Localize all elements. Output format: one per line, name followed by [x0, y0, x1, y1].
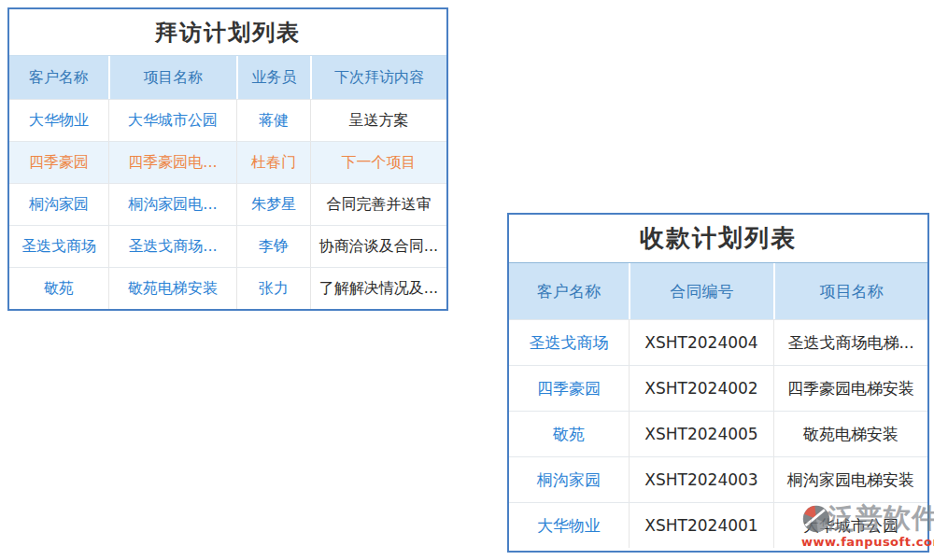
- project-name-cell: 桐沟家园电梯安装: [773, 457, 927, 502]
- project-name-cell[interactable]: 敬苑电梯安装: [108, 268, 236, 309]
- visit-plan-title: 拜访计划列表: [9, 9, 446, 56]
- salesperson-cell[interactable]: 李铮: [236, 226, 310, 267]
- table-row[interactable]: 桐沟家园桐沟家园电...朱梦星合同完善并送审: [9, 183, 446, 225]
- project-name-cell[interactable]: 圣迭戈商场...: [108, 226, 236, 267]
- table-row[interactable]: 圣迭戈商场XSHT2024004圣迭戈商场电梯...: [509, 319, 927, 365]
- customer-name-cell[interactable]: 敬苑: [509, 412, 629, 456]
- next-visit-content-cell: 协商洽谈及合同...: [310, 226, 446, 267]
- column-header-salesperson: 业务员: [236, 56, 310, 99]
- column-header-project: 项目名称: [773, 263, 927, 319]
- payment-plan-title: 收款计划列表: [509, 215, 927, 263]
- contract-no-cell: XSHT2024001: [629, 503, 773, 548]
- next-visit-content-cell: 了解解决情况及...: [310, 268, 446, 309]
- customer-name-cell[interactable]: 四季豪园: [9, 142, 108, 183]
- customer-name-cell[interactable]: 圣迭戈商场: [9, 226, 108, 267]
- customer-name-cell[interactable]: 敬苑: [9, 268, 108, 309]
- customer-name-cell[interactable]: 大华物业: [509, 503, 629, 548]
- table-row[interactable]: 四季豪园XSHT2024002四季豪园电梯安装: [509, 365, 927, 411]
- column-header-contract-no: 合同编号: [629, 263, 773, 319]
- column-header-next-visit: 下次拜访内容: [310, 56, 446, 99]
- table-row[interactable]: 敬苑XSHT2024005敬苑电梯安装: [509, 411, 927, 456]
- contract-no-cell: XSHT2024005: [629, 412, 773, 456]
- next-visit-content-cell: 呈送方案: [310, 100, 446, 141]
- table-row[interactable]: 桐沟家园XSHT2024003桐沟家园电梯安装: [509, 456, 927, 502]
- column-header-customer: 客户名称: [9, 56, 108, 99]
- project-name-cell[interactable]: 四季豪园电...: [108, 142, 236, 183]
- column-header-project: 项目名称: [108, 56, 236, 99]
- customer-name-cell[interactable]: 大华物业: [9, 100, 108, 141]
- customer-name-cell[interactable]: 桐沟家园: [9, 184, 108, 225]
- project-name-cell: 四季豪园电梯安装: [773, 366, 927, 411]
- table-row[interactable]: 圣迭戈商场圣迭戈商场...李铮协商洽谈及合同...: [9, 225, 446, 267]
- column-header-customer: 客户名称: [509, 263, 629, 319]
- project-name-cell: 圣迭戈商场电梯...: [773, 320, 927, 365]
- visit-plan-header-row: 客户名称 项目名称 业务员 下次拜访内容: [9, 56, 446, 99]
- watermark-brand-text: 泛普软件: [828, 500, 934, 538]
- project-name-cell[interactable]: 桐沟家园电...: [108, 184, 236, 225]
- salesperson-cell[interactable]: 蒋健: [236, 100, 310, 141]
- salesperson-cell[interactable]: 张力: [236, 268, 310, 309]
- table-row[interactable]: 敬苑敬苑电梯安装张力了解解决情况及...: [9, 267, 446, 309]
- table-row[interactable]: 四季豪园四季豪园电...杜春门下一个项目: [9, 141, 446, 183]
- table-row[interactable]: 大华物业大华城市公园蒋健呈送方案: [9, 99, 446, 141]
- fanpusoft-logo-icon: [801, 504, 831, 534]
- contract-no-cell: XSHT2024002: [629, 366, 773, 411]
- next-visit-content-cell: 下一个项目: [310, 142, 446, 183]
- contract-no-cell: XSHT2024004: [629, 320, 773, 365]
- project-name-cell[interactable]: 大华城市公园: [108, 100, 236, 141]
- customer-name-cell[interactable]: 圣迭戈商场: [509, 320, 629, 365]
- watermark-url-text: www.fanpusoft.com: [801, 535, 934, 549]
- project-name-cell: 敬苑电梯安装: [773, 412, 927, 456]
- payment-plan-header-row: 客户名称 合同编号 项目名称: [509, 263, 927, 319]
- visit-plan-body: 大华物业大华城市公园蒋健呈送方案四季豪园四季豪园电...杜春门下一个项目桐沟家园…: [9, 99, 446, 309]
- watermark: 泛普软件 www.fanpusoft.com: [801, 500, 934, 549]
- contract-no-cell: XSHT2024003: [629, 457, 773, 502]
- customer-name-cell[interactable]: 四季豪园: [509, 366, 629, 411]
- visit-plan-table: 拜访计划列表 客户名称 项目名称 业务员 下次拜访内容 大华物业大华城市公园蒋健…: [7, 7, 448, 311]
- salesperson-cell[interactable]: 朱梦星: [236, 184, 310, 225]
- customer-name-cell[interactable]: 桐沟家园: [509, 457, 629, 502]
- next-visit-content-cell: 合同完善并送审: [310, 184, 446, 225]
- salesperson-cell[interactable]: 杜春门: [236, 142, 310, 183]
